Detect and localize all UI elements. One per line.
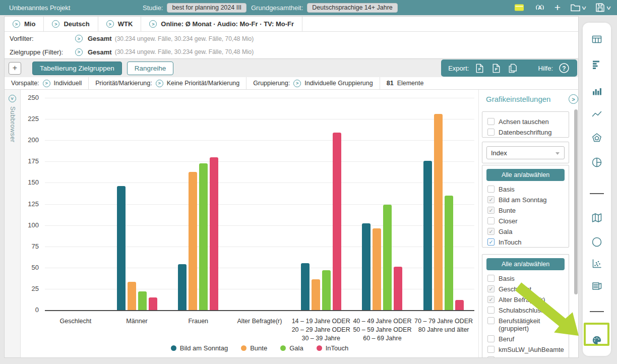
- legend-item: Gala: [280, 344, 303, 352]
- checkbox-item-basis[interactable]: Basis: [486, 184, 565, 195]
- table-icon[interactable]: [591, 33, 603, 45]
- tab-mio[interactable]: Mio: [5, 17, 44, 31]
- checkbox[interactable]: [487, 356, 495, 358]
- prioritaet-expand-icon[interactable]: [156, 80, 163, 87]
- metric-select[interactable]: Index: [486, 146, 565, 159]
- checkbox[interactable]: [487, 346, 495, 353]
- checkbox-label: InTouch: [499, 238, 522, 246]
- checkbox-item-schulabschluss[interactable]: Schulabschluss: [486, 305, 565, 316]
- bar-chart-icon[interactable]: [591, 85, 603, 97]
- radar-chart-icon[interactable]: [591, 132, 603, 144]
- bar-group: [178, 98, 218, 310]
- checkbox-label: Berufstätigkeit (gruppiert): [499, 317, 565, 332]
- export-pdf-icon[interactable]: P: [490, 63, 502, 74]
- vorfilter-value: Gesamt: [88, 35, 112, 42]
- vorfilter-label: Vorfilter:: [5, 35, 75, 42]
- window-icon[interactable]: [513, 2, 525, 14]
- checkbox-item-achsen-tauschen[interactable]: Achsen tauschen: [486, 116, 565, 127]
- project-title: Unbenanntes Projekt: [9, 4, 70, 12]
- bar-bunte: [128, 282, 136, 310]
- gridline: [45, 140, 474, 141]
- export-ppt-icon[interactable]: P: [474, 63, 485, 74]
- checkbox[interactable]: ✓: [487, 296, 495, 303]
- line-chart-icon[interactable]: [591, 108, 603, 120]
- gruppierung-label: Gruppierung:: [253, 80, 290, 87]
- checkbox[interactable]: ✓: [487, 285, 495, 292]
- tab-online-monat-audio-m[interactable]: Online: Ø Monat · Audio: Mo-Fr · TV: Mo-…: [141, 17, 302, 31]
- media-toggle-all-button[interactable]: Alle an/abwählen: [486, 169, 565, 181]
- save-icon[interactable]: v: [594, 2, 610, 14]
- prioritaet-value: Keine Priorität/Markierung: [167, 80, 240, 87]
- panel-scrollbar-thumb[interactable]: [574, 109, 578, 294]
- tab-wtk[interactable]: WTK: [98, 17, 142, 31]
- checkbox[interactable]: ✓: [487, 196, 495, 203]
- checkbox[interactable]: [487, 317, 495, 324]
- export-copy-icon[interactable]: [507, 63, 519, 74]
- folder-icon[interactable]: v: [569, 2, 585, 14]
- rangreihe-button[interactable]: Rangreihe: [127, 62, 173, 75]
- map-icon[interactable]: [591, 212, 603, 224]
- pie-chart-icon[interactable]: [591, 156, 603, 168]
- tab-expand-icon[interactable]: [52, 20, 59, 28]
- vorspalte-expand-icon[interactable]: [43, 80, 50, 87]
- y-axis-tick: 250: [19, 94, 39, 101]
- gridline: [45, 247, 474, 247]
- checkbox[interactable]: ✓: [487, 207, 495, 214]
- tabellierung-zielgruppen-button[interactable]: Tabellierung Zielgruppen: [32, 62, 122, 75]
- checkbox-item-closer[interactable]: Closer: [486, 216, 565, 226]
- bar-bild-am-sonntag: [178, 264, 187, 310]
- checkbox[interactable]: [487, 217, 495, 224]
- checkbox-item-geschlecht[interactable]: ✓Geschlecht: [486, 284, 565, 294]
- checkbox-item-beruf[interactable]: Beruf: [486, 334, 565, 344]
- chevron-down-icon: v: [582, 5, 586, 11]
- checkbox-item-berufst-tigkeit-gruppier[interactable]: Berufstätigkeit (gruppiert): [486, 316, 565, 334]
- checkbox-item-datenbeschriftung[interactable]: Datenbeschriftung: [486, 127, 565, 138]
- tab-deutsch[interactable]: Deutsch: [44, 17, 98, 31]
- category-label: Geschlecht: [42, 317, 109, 326]
- checkbox[interactable]: [487, 186, 495, 193]
- help-icon[interactable]: ?: [558, 62, 570, 74]
- checkbox-item-intouch[interactable]: ✓InTouch: [486, 237, 565, 248]
- scatter-plot-icon[interactable]: [591, 258, 603, 270]
- bar-intouch: [210, 157, 218, 310]
- checkbox[interactable]: [487, 335, 495, 342]
- checkbox[interactable]: [487, 129, 495, 136]
- checkbox-item-kmsulw-lauhbeamte[interactable]: kmSuLW_lAuhBeamte: [486, 344, 565, 355]
- palette-icon[interactable]: [591, 334, 603, 346]
- checkbox-item-f-hre-haushalt-haupts-ch[interactable]: Führe Haushalt hauptsächlich oder: [486, 355, 565, 358]
- target-toggle-all-button[interactable]: Alle an/abwählen: [486, 258, 565, 270]
- y-axis-tick: 75: [19, 242, 39, 250]
- bar-group: [362, 98, 402, 310]
- panel-collapse-icon[interactable]: [569, 94, 578, 104]
- checkbox[interactable]: ✓: [487, 238, 495, 246]
- checkbox[interactable]: [487, 118, 495, 125]
- vorfilter-expand-icon[interactable]: [75, 35, 83, 42]
- elemente-count: 81: [387, 80, 394, 87]
- checkbox[interactable]: ✓: [487, 228, 495, 235]
- plus-icon[interactable]: +: [554, 3, 561, 13]
- tab-label: Mio: [24, 20, 35, 28]
- checkbox-item-alter-befragte-r-[interactable]: ✓Alter Befragte(r): [486, 294, 565, 305]
- checkbox-item-basis[interactable]: Basis: [486, 273, 565, 284]
- tab-expand-icon[interactable]: [106, 20, 114, 28]
- media-list-section: Alle an/abwählen Basis✓Bild am Sonntag✓B…: [482, 165, 569, 248]
- antenna-icon[interactable]: A: [534, 2, 546, 14]
- svg-text:?: ?: [562, 65, 566, 72]
- checkbox-item-bild-am-sonntag[interactable]: ✓Bild am Sonntag: [486, 195, 565, 205]
- gruppierung-expand-icon[interactable]: [293, 80, 301, 87]
- checkbox-item-gala[interactable]: ✓Gala: [486, 226, 565, 237]
- report-icon[interactable]: [591, 280, 603, 292]
- circle-icon[interactable]: [591, 236, 603, 248]
- checkbox[interactable]: [487, 307, 495, 314]
- checkbox[interactable]: [487, 275, 495, 282]
- tab-expand-icon[interactable]: [13, 20, 20, 28]
- checkbox-item-bunte[interactable]: ✓Bunte: [486, 205, 565, 216]
- checkbox-label: Bild am Sonntag: [499, 196, 546, 204]
- bar-horizontal-icon[interactable]: [591, 58, 603, 71]
- vorfilter-row: Vorfilter: Gesamt (30.234 ungew. Fälle, …: [5, 32, 578, 45]
- subbrowser-expand-icon[interactable]: [9, 95, 16, 102]
- legend-item: Bunte: [241, 344, 267, 352]
- add-view-button[interactable]: +: [9, 62, 21, 75]
- zielgruppe-expand-icon[interactable]: [75, 48, 83, 56]
- tab-expand-icon[interactable]: [149, 20, 157, 28]
